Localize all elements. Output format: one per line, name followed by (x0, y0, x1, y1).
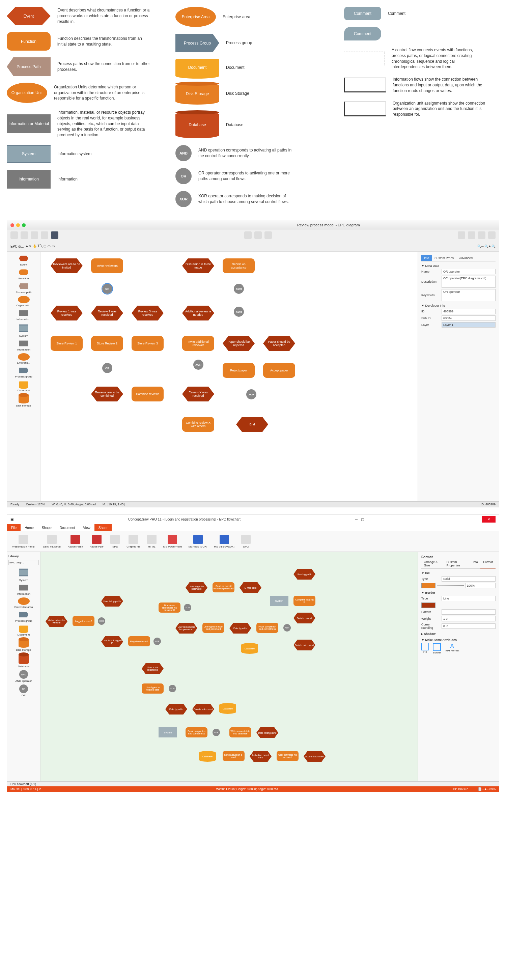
name-field[interactable]: OR operator (442, 269, 496, 274)
diagram-node[interactable]: XOR (234, 307, 244, 317)
diagram-canvas[interactable]: Visitor enters the website Logged in use… (40, 552, 418, 781)
diagram-node[interactable]: Store Review 1 (51, 336, 83, 351)
doc-tab[interactable]: EPC di... (10, 245, 24, 248)
border-type-select[interactable]: Line (442, 596, 496, 601)
diagram-node[interactable]: Review 3 was received (132, 305, 164, 320)
diagram-node[interactable]: XOR (169, 685, 176, 692)
diagram-node[interactable]: Database (241, 643, 258, 654)
diagram-node[interactable]: Review 2 was received (91, 305, 123, 320)
diagram-node[interactable]: Send activation e-mail (223, 751, 245, 761)
fill-type-select[interactable]: Solid (442, 576, 496, 582)
diagram-node[interactable]: Combine reviews (132, 387, 164, 401)
toolbar-button[interactable] (264, 231, 272, 239)
diagram-node[interactable]: Reviews are to be combined (91, 387, 123, 401)
toolbar-button[interactable] (51, 231, 58, 239)
diagram-node[interactable]: Data typed in (229, 623, 251, 633)
ribbon-tab-share[interactable]: Share (94, 524, 111, 531)
diagram-node[interactable]: XOR (234, 284, 244, 294)
diagram-node-selected[interactable]: OR (102, 284, 112, 294)
toolbar-button[interactable] (21, 231, 28, 239)
diagram-node[interactable]: User types in login and password (202, 623, 224, 633)
ribbon-tab[interactable]: View (79, 524, 94, 531)
diagram-node[interactable]: System (159, 727, 177, 737)
diagram-node[interactable]: Invite additional reviewer (182, 336, 214, 351)
ribbon-tab[interactable]: Shape (38, 524, 56, 531)
description-field[interactable]: OR operator(EPC diagrams.cdl) (442, 275, 496, 288)
diagram-node[interactable]: XOR (153, 638, 161, 645)
diagram-node[interactable]: Paper should be accepted (263, 336, 295, 351)
tab-advanced[interactable]: Advanced (457, 255, 475, 261)
toolbar-button[interactable] (41, 231, 48, 239)
diagram-node[interactable]: Data writing done (256, 727, 278, 738)
page-tab[interactable]: EPC flowchart (1/1) (10, 782, 36, 786)
ribbon-button[interactable]: MS PowerPoint (161, 533, 185, 550)
diagram-node[interactable]: User activates his account (277, 751, 299, 761)
minimize-button[interactable]: ─ (355, 517, 358, 521)
make-same-fill[interactable]: Fill (421, 643, 429, 654)
diagram-node[interactable]: End (236, 417, 268, 432)
ribbon-tab-file[interactable]: File (7, 524, 21, 531)
ribbon-button[interactable]: Send via Email (40, 533, 64, 550)
diagram-node[interactable]: E-mail sent (240, 582, 261, 593)
diagram-node[interactable]: XOR (213, 729, 220, 736)
close-button[interactable]: ✕ (482, 516, 496, 523)
toolbar-button[interactable] (458, 231, 465, 239)
make-same-text[interactable]: AText Format (445, 643, 459, 654)
ribbon-button[interactable]: HTML (144, 533, 159, 550)
diagram-node[interactable]: User is not registered (142, 663, 164, 674)
diagram-node[interactable]: Proof completion and correctness (186, 727, 207, 737)
diagram-node[interactable]: Send an e-mail with new password (213, 582, 234, 592)
diagram-node[interactable]: OR (102, 363, 112, 373)
diagram-node[interactable]: XOR (193, 360, 204, 370)
toolbar-button[interactable] (244, 231, 251, 239)
pattern-select[interactable]: ─── (442, 609, 496, 615)
tab-custom[interactable]: Custom Properties (444, 559, 470, 568)
fill-color-swatch[interactable] (421, 583, 436, 588)
diagram-node[interactable]: Data typed in (165, 704, 187, 714)
tab-info[interactable]: Info (421, 255, 432, 261)
diagram-node[interactable]: System (270, 596, 288, 606)
diagram-node[interactable]: Store Review 2 (91, 336, 123, 351)
ribbon-button[interactable]: Presentation Panel (9, 533, 37, 550)
keywords-field[interactable]: OR operator (442, 289, 496, 301)
diagram-node[interactable]: Database (219, 703, 236, 714)
toolbar-button[interactable] (478, 231, 485, 239)
make-same-border[interactable]: Border (433, 643, 441, 654)
diagram-node[interactable]: User is not logged in (101, 636, 123, 647)
ribbon-button[interactable]: Adobe PDF (87, 533, 106, 550)
ribbon-button[interactable]: MS Visio (VSDX) (211, 533, 237, 550)
diagram-node[interactable]: XOR (246, 389, 256, 399)
tab-info[interactable]: Info (470, 559, 481, 568)
tab-custom-props[interactable]: Custom Props (432, 255, 457, 261)
diagram-node[interactable]: Decide on acceptance (223, 258, 255, 273)
diagram-node[interactable]: XOR (283, 624, 291, 632)
minimize-icon[interactable] (16, 223, 20, 227)
layer-select[interactable]: Layer 1 (442, 322, 496, 328)
ribbon-tab[interactable]: Document (56, 524, 79, 531)
diagram-node[interactable]: User remembers his password (175, 623, 197, 633)
diagram-node[interactable]: Logged in user? (73, 616, 94, 626)
diagram-node[interactable]: User is logged in (101, 596, 123, 606)
diagram-node[interactable]: Account activated (304, 751, 326, 762)
zoom-icon[interactable] (22, 223, 25, 227)
diagram-node[interactable]: Activation e-mail sent (250, 751, 272, 762)
diagram-node[interactable]: Additional review is needed (182, 305, 214, 320)
diagram-node[interactable]: XOR (184, 604, 191, 611)
diagram-node[interactable]: Review 1 was received (51, 305, 83, 320)
ribbon-button[interactable]: SVG (239, 533, 253, 550)
tab-format[interactable]: Format (481, 559, 496, 568)
diagram-node[interactable]: Paper should be rejected (223, 336, 255, 351)
ribbon-button[interactable]: Adobe Flash (65, 533, 86, 550)
diagram-canvas[interactable]: Reviewers are to be invited Invite revie… (40, 252, 418, 501)
diagram-node[interactable]: Data is correct (293, 612, 315, 624)
diagram-node[interactable]: Database (199, 751, 216, 762)
ribbon-button[interactable]: Graphic file (124, 533, 143, 550)
diagram-node[interactable]: Review X was received (182, 387, 214, 401)
diagram-node[interactable]: Write account data into database (229, 727, 251, 737)
diagram-node[interactable]: Reviewers are to be invited (51, 258, 83, 273)
diagram-node[interactable]: User types in needed data (142, 684, 164, 694)
diagram-node[interactable]: Registered user? (128, 636, 150, 646)
diagram-node[interactable]: Data is not correct (192, 704, 214, 714)
diagram-node[interactable]: Accept paper (263, 363, 295, 378)
diagram-node[interactable]: Invite reviewers (91, 258, 123, 273)
